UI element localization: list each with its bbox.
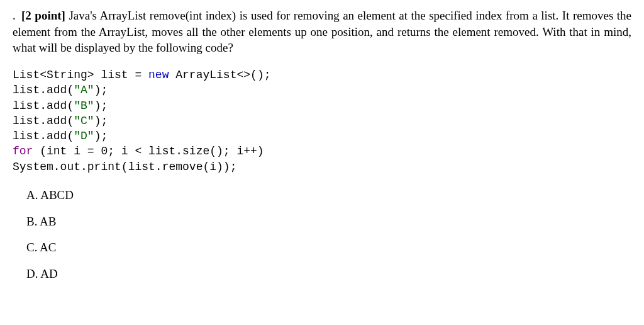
code-line-7: System.out.print(list.remove(i)); [13, 161, 236, 173]
code-line-2: list.add("A"); [13, 84, 108, 96]
code-block: List<String> list = new ArrayList<>(); l… [13, 67, 631, 174]
point-label: [2 point] [21, 9, 65, 22]
option-b[interactable]: B. AB [26, 214, 631, 230]
question-prompt: .[2 point] Java's ArrayList remove(int i… [13, 8, 631, 56]
code-line-6: for (int i = 0; i < list.size(); i++) [13, 145, 264, 157]
option-c[interactable]: C. AC [26, 239, 631, 256]
code-line-1: List<String> list = new ArrayList<>(); [13, 69, 270, 81]
code-line-3: list.add("B"); [13, 100, 108, 112]
code-line-5: list.add("D"); [13, 130, 108, 142]
option-a[interactable]: A. ABCD [26, 187, 631, 203]
code-line-4: list.add("C"); [13, 115, 108, 127]
answer-options: A. ABCD B. AB C. AC D. AD [13, 187, 631, 282]
leading-dot: . [13, 8, 21, 24]
option-d[interactable]: D. AD [26, 266, 631, 282]
question-body: Java's ArrayList remove(int index) is us… [13, 9, 631, 54]
